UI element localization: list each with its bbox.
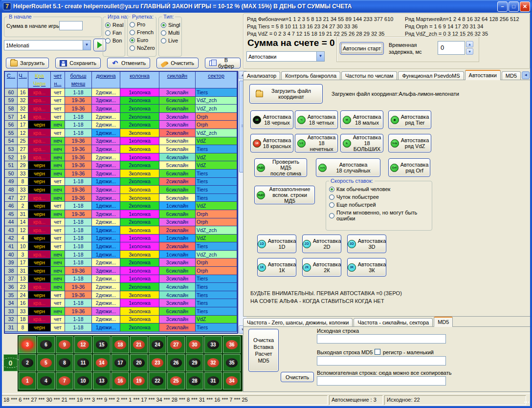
- roulette-number-9[interactable]: 9: [56, 336, 73, 353]
- table-row[interactable]: 4110чернчет1-181дюжи...1колонка2сиклайнT…: [5, 242, 237, 251]
- table-row[interactable]: 3524чернчет19-362дюжи...3колонка4сиклайн…: [5, 291, 237, 300]
- column-header[interactable]: большменш: [65, 72, 92, 88]
- table-row[interactable]: 5219кра...неч19-362дюжи...1колонка4сикла…: [5, 153, 237, 162]
- roulette-number-15[interactable]: 15: [93, 336, 111, 353]
- table-row[interactable]: 4727кра...неч19-363дюжи...3колонка5сикла…: [5, 194, 237, 202]
- table-row[interactable]: 4531черннеч19-363дюжи...1колонка6сиклайн…: [5, 210, 237, 218]
- roulette-number-3[interactable]: 3: [19, 336, 36, 353]
- roulette-number-4[interactable]: 4: [37, 372, 55, 389]
- autobet-row-vdz-button[interactable]: VdzАвтоставкаряд VdZ: [388, 134, 431, 152]
- roulette-number-36[interactable]: 36: [223, 336, 241, 353]
- roulette-number-2[interactable]: 2: [19, 354, 36, 371]
- column-header[interactable]: дюжина: [92, 72, 120, 88]
- tab-scroll-right-icon[interactable]: ►: [530, 71, 532, 79]
- radio-icon[interactable]: [105, 30, 111, 36]
- minimize-button[interactable]: –: [497, 1, 508, 12]
- profile-combobox[interactable]: 1Melonati ▼: [4, 40, 91, 50]
- roulette-number-21[interactable]: 21: [130, 336, 148, 353]
- radio-option-bet-speed-0[interactable]: Как обычный человек: [329, 186, 432, 192]
- table-row[interactable]: 3218кра...чет1-182дюжи...3колонка3сиклай…: [5, 316, 237, 324]
- column-header[interactable]: колонка: [120, 72, 159, 88]
- radio-option-game-on-0[interactable]: Real: [105, 22, 124, 28]
- autofill-md5-aux-button[interactable]: МД5Автозаполнениевспом. строки МД5: [254, 186, 315, 204]
- to-buffer-button[interactable]: В буфер: [205, 58, 241, 68]
- autobet-18-random-button[interactable]: гсчАвтоставка18 случайных: [316, 158, 380, 177]
- roulette-number-35[interactable]: 35: [223, 354, 241, 371]
- roulette-number-12[interactable]: 12: [74, 336, 92, 353]
- roulette-number-14[interactable]: 14: [93, 354, 111, 371]
- spin-up-icon[interactable]: ▲: [466, 41, 473, 47]
- roulette-number-7[interactable]: 7: [56, 372, 73, 389]
- autobet-3k-button[interactable]: 3КАвтоставка3К: [347, 258, 386, 277]
- radio-option-play-type-0[interactable]: Singl: [161, 22, 180, 28]
- aux-string-input[interactable]: [317, 376, 446, 386]
- radio-icon[interactable]: [329, 213, 334, 218]
- check-md5-after-spin-button[interactable]: МД5Проверить МД5после спина: [254, 158, 307, 177]
- table-row[interactable]: 3623кра...неч19-362дюжи...2колонка4сикла…: [5, 283, 237, 291]
- chevron-down-icon[interactable]: ▼: [316, 52, 324, 61]
- table-row[interactable]: 3416кра...чет1-182дюжи...1колонка3сиклай…: [5, 299, 237, 307]
- table-row[interactable]: 318чернчет1-181дюжи...2колонка2сиклайнTi…: [5, 323, 237, 332]
- radio-option-bet-speed-1[interactable]: Чуток побыстрее: [329, 194, 432, 200]
- close-button[interactable]: ✕: [520, 1, 530, 12]
- autobet-2k-button[interactable]: 2КАвтоставка2К: [302, 258, 341, 277]
- table-row[interactable]: 4312кра...чет1-181дюжи...3колонка2сиклай…: [5, 226, 237, 235]
- autobet-2d-button[interactable]: 2DАвтоставка2D: [302, 235, 341, 253]
- tab-freq-2[interactable]: MD5: [434, 317, 453, 327]
- load-button[interactable]: Загрузить: [6, 58, 49, 68]
- column-header[interactable]: Ч...: [18, 72, 28, 88]
- table-row[interactable]: 5714кра...чет1-182дюжи...2колонка3сиклай…: [5, 113, 237, 121]
- roulette-number-17[interactable]: 17: [111, 354, 129, 371]
- column-header[interactable]: КраЧерн: [28, 72, 51, 88]
- roulette-number-0[interactable]: 0: [3, 354, 18, 371]
- autobet-1d-button[interactable]: 1DАвтоставка1D: [257, 235, 296, 253]
- radio-icon[interactable]: [329, 187, 334, 192]
- table-row[interactable]: 424чернчет1-181дюжи...1колонка1сиклайнVd…: [5, 235, 237, 243]
- tab-main-5[interactable]: MD5: [502, 71, 521, 80]
- roulette-number-18[interactable]: 18: [111, 336, 129, 353]
- radio-icon[interactable]: [105, 38, 111, 43]
- roulette-number-11[interactable]: 11: [74, 354, 92, 371]
- roulette-number-16[interactable]: 16: [111, 372, 129, 389]
- table-row[interactable]: 5327кра...неч19-363дюжи...3колонка5сикла…: [5, 145, 237, 153]
- roulette-number-29[interactable]: 29: [186, 354, 203, 371]
- delay-value[interactable]: 0: [438, 41, 465, 55]
- autobet-3d-button[interactable]: 3DАвтоставка3D: [347, 235, 386, 253]
- roulette-number-6[interactable]: 6: [37, 336, 55, 353]
- tab-main-0[interactable]: Анализатор: [243, 71, 280, 80]
- autobet-18-low-button[interactable]: МАвтоставка18 малых: [340, 110, 383, 129]
- radio-icon[interactable]: [130, 45, 135, 51]
- tab-main-3[interactable]: Функционал PsevdoMS: [398, 71, 464, 80]
- column-header[interactable]: четн...: [51, 72, 65, 88]
- table-row[interactable]: 3831черннеч19-363дюжи...1колонка6сиклайн…: [5, 267, 237, 275]
- clear-button[interactable]: Очистить: [281, 372, 314, 382]
- radio-icon[interactable]: [161, 22, 166, 28]
- roulette-number-8[interactable]: 8: [56, 354, 73, 371]
- roulette-number-22[interactable]: 22: [149, 372, 166, 389]
- autobet-row-tier-button[interactable]: ◉Автоставкаряд Tier: [388, 110, 431, 129]
- roulette-number-32[interactable]: 32: [204, 354, 222, 371]
- radio-icon[interactable]: [130, 22, 135, 27]
- autobet-18-black-button[interactable]: 18Автоставка18 черных: [250, 110, 293, 129]
- spin-down-icon[interactable]: ▼: [466, 48, 473, 55]
- tab-scroll-left-icon[interactable]: ◄: [522, 71, 530, 79]
- autobet-18-red-button[interactable]: 18Автоставка18 красных: [250, 134, 293, 152]
- mode-combobox[interactable]: Автоставки ▼: [246, 51, 325, 62]
- roulette-number-10[interactable]: 10: [74, 372, 92, 389]
- source-string-input[interactable]: [317, 334, 446, 344]
- save-button[interactable]: Сохранить: [55, 58, 101, 68]
- autobet-row-orf-button[interactable]: OrfАвтоставкаряд Orf: [388, 158, 430, 177]
- roulette-number-24[interactable]: 24: [149, 336, 166, 353]
- table-row[interactable]: 5832кра...чет19-363дюжи...2колонка6сикла…: [5, 105, 237, 113]
- roulette-number-28[interactable]: 28: [186, 372, 203, 389]
- roulette-number-30[interactable]: 30: [186, 336, 203, 353]
- maximize-button[interactable]: □: [509, 1, 519, 12]
- table-row[interactable]: 5512кра...чет1-181дюжи...3колонка2сиклай…: [5, 129, 237, 137]
- roulette-number-34[interactable]: 34: [223, 372, 241, 389]
- load-coords-button[interactable]: Загрузить файл координат: [249, 84, 323, 104]
- radio-option-bet-speed-3[interactable]: Почти мгновенно, но могут быть ошибки: [329, 210, 432, 221]
- autospin-start-button[interactable]: Автоспин старт: [340, 42, 384, 55]
- radio-icon[interactable]: [329, 202, 334, 208]
- table-row[interactable]: 4414кра...чет1-182дюжи...2колонка3сиклай…: [5, 218, 237, 227]
- radio-option-play-type-1[interactable]: Multi: [161, 30, 180, 36]
